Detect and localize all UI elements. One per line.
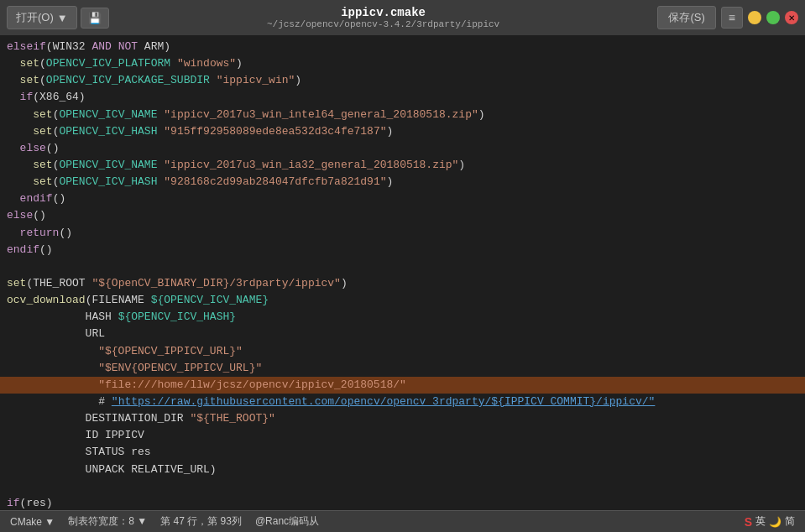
titlebar: 打开(O) ▼ 💾 ippicv.cmake ~/jcsz/opencv/ope… [0, 0, 805, 35]
filepath: ~/jcsz/opencv/opencv-3.4.2/3rdparty/ippi… [109, 19, 658, 29]
code-line: UNPACK RELATIVE_URL) [0, 462, 805, 478]
statusbar-right: S 英 🌙 简 [745, 514, 795, 529]
code-line: URL [0, 326, 805, 342]
save-button[interactable]: 保存(S) [657, 6, 715, 29]
code-line: endif() [0, 190, 805, 207]
input-method-indicator[interactable]: S 英 🌙 简 [745, 514, 795, 529]
minimize-button[interactable] [748, 11, 761, 24]
sohu-eng-label: 英 [755, 514, 766, 529]
titlebar-center: ippicv.cmake ~/jcsz/opencv/opencv-3.4.2/… [109, 6, 658, 29]
filetype-arrow: ▼ [44, 516, 55, 528]
save-icon-button[interactable]: 💾 [81, 8, 109, 29]
cursor-position: 第 47 行，第 93列 [160, 514, 242, 529]
code-line: ID IPPICV [0, 427, 805, 444]
filename: ippicv.cmake [109, 6, 658, 19]
menu-button[interactable]: ≡ [721, 7, 743, 29]
code-line: if(res) [0, 495, 805, 510]
code-line: else() [0, 207, 805, 224]
code-line: set(OPENCV_ICV_NAME "ippicv_2017u3_win_i… [0, 107, 805, 123]
titlebar-right: 保存(S) ≡ ✕ [657, 6, 798, 29]
open-button[interactable]: 打开(O) ▼ [7, 6, 77, 29]
code-editor[interactable]: elseif(WIN32 AND NOT ARM) set(OPENCV_ICV… [0, 35, 805, 510]
filetype-label: CMake [10, 516, 42, 528]
filetype-selector[interactable]: CMake ▼ [10, 516, 55, 528]
code-line: return() [0, 225, 805, 242]
tab-width-arrow: ▼ [137, 515, 147, 527]
code-line: if(X86_64) [0, 89, 805, 106]
code-line: set(OPENCV_ICV_PLATFORM "windows") [0, 55, 805, 72]
open-arrow: ▼ [57, 12, 68, 24]
maximize-button[interactable] [766, 11, 780, 24]
code-line: endif() [0, 242, 805, 258]
code-line: set(OPENCV_ICV_NAME "ippicv_2017u3_win_i… [0, 157, 805, 174]
close-button[interactable]: ✕ [785, 11, 798, 24]
code-line: "$ENV{OPENCV_IPPICV_URL}" [0, 360, 805, 377]
code-line: HASH ${OPENCV_ICV_HASH} [0, 309, 805, 326]
code-line: "file:///home/llw/jcsz/opencv/ippicv_201… [0, 377, 805, 394]
code-line: # "https://raw.githubusercontent.com/ope… [0, 394, 805, 410]
sohu-jian-label: 简 [785, 514, 795, 529]
code-line: STATUS res [0, 444, 805, 461]
code-line [0, 258, 805, 275]
tab-width-selector[interactable]: 制表符宽度：8 ▼ [68, 514, 147, 529]
statusbar-left: CMake ▼ 制表符宽度：8 ▼ 第 47 行，第 93列 @Ranc编码从 [10, 514, 319, 529]
code-line: else() [0, 140, 805, 157]
sohu-s-icon: S [745, 515, 752, 529]
titlebar-left: 打开(O) ▼ 💾 [7, 6, 109, 29]
sohu-moon-icon: 🌙 [769, 516, 781, 528]
code-line: set(OPENCV_ICV_HASH "928168c2d99ab284047… [0, 174, 805, 190]
code-line: "${OPENCV_IPPICV_URL}" [0, 343, 805, 360]
code-line [0, 478, 805, 495]
tab-width-label: 制表符宽度：8 [68, 515, 134, 527]
code-line: ocv_download(FILENAME ${OPENCV_ICV_NAME} [0, 292, 805, 309]
code-line: set(OPENCV_ICV_HASH "915ff92958089ede8ea… [0, 123, 805, 140]
encoding-label: @Ranc编码从 [255, 514, 319, 529]
open-label: 打开(O) [16, 10, 54, 25]
code-line: set(OPENCV_ICV_PACKAGE_SUBDIR "ippicv_wi… [0, 72, 805, 89]
code-line: DESTINATION_DIR "${THE_ROOT}" [0, 410, 805, 427]
code-line: elseif(WIN32 AND NOT ARM) [0, 39, 805, 55]
code-line: set(THE_ROOT "${OpenCV_BINARY_DIR}/3rdpa… [0, 275, 805, 292]
statusbar: CMake ▼ 制表符宽度：8 ▼ 第 47 行，第 93列 @Ranc编码从 … [0, 510, 805, 532]
